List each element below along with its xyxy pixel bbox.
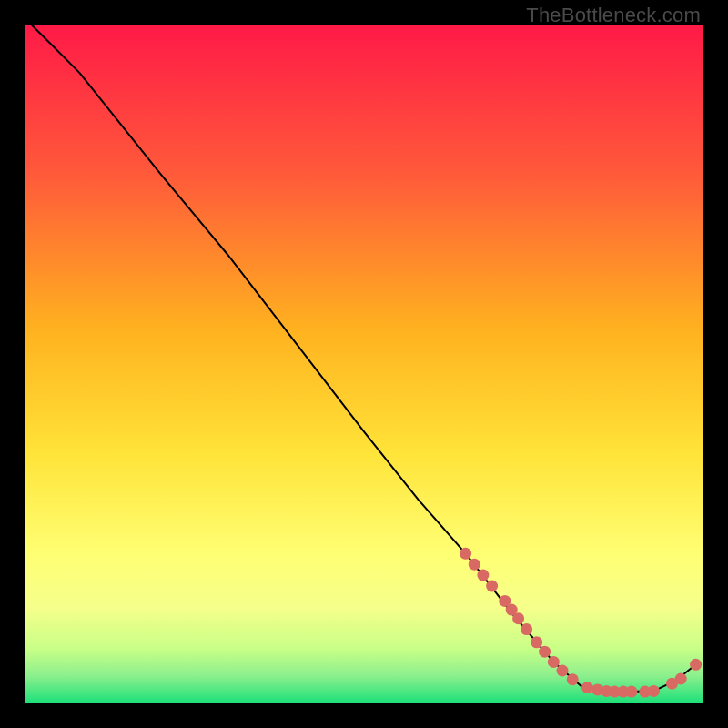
chart-marker <box>581 682 593 693</box>
chart-marker <box>486 581 498 592</box>
chart-marker <box>690 659 702 671</box>
chart-marker <box>521 623 532 635</box>
chart-marker <box>512 612 524 624</box>
chart-marker <box>477 570 489 581</box>
chart-background <box>25 25 703 703</box>
chart-marker <box>531 636 542 648</box>
chart-marker <box>648 685 660 697</box>
chart-marker <box>567 673 579 685</box>
watermark-text: TheBottleneck.com <box>526 4 701 27</box>
chart-plot-area <box>25 25 703 703</box>
chart-marker <box>625 686 637 698</box>
chart-marker <box>539 646 551 658</box>
chart-marker <box>548 656 560 668</box>
chart-marker <box>557 665 569 677</box>
chart-marker <box>469 559 480 571</box>
chart-marker <box>675 673 687 685</box>
chart-svg <box>25 25 703 703</box>
chart-marker <box>460 548 471 560</box>
